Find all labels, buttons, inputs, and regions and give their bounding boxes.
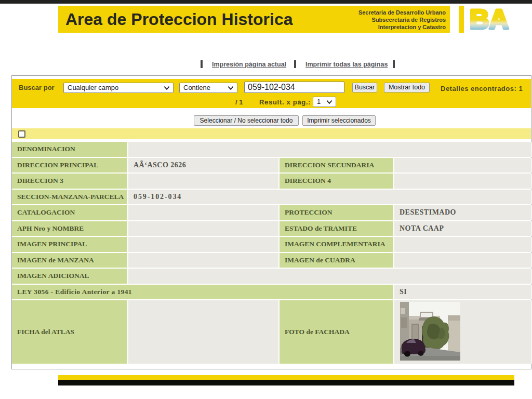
svg-text:BA: BA [470,5,509,31]
